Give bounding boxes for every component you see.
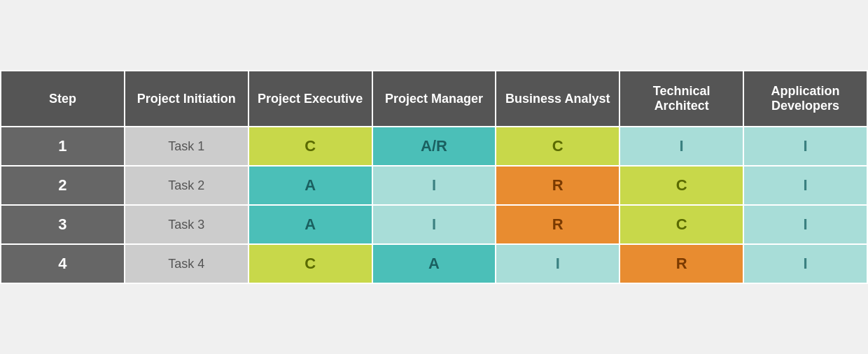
table-row: 1Task 1CA/RCII [1, 127, 867, 166]
application-developers-cell-row-4: I [743, 244, 867, 283]
project-initiation-header: Project Initiation [125, 71, 248, 127]
step-cell-4: 4 [1, 244, 125, 283]
task-cell-4: Task 4 [125, 244, 248, 283]
step-header: Step [1, 71, 125, 127]
table-row: 4Task 4CAIRI [1, 244, 867, 283]
project-manager-cell-row-1: A/R [372, 127, 496, 166]
project-executive-header: Project Executive [248, 71, 372, 127]
task-cell-1: Task 1 [125, 127, 248, 166]
application-developers-cell-row-3: I [743, 205, 867, 244]
project-manager-header: Project Manager [372, 71, 496, 127]
technical-architect-cell-row-4: R [620, 244, 743, 283]
application-developers-cell-row-2: I [743, 166, 867, 205]
business-analyst-cell-row-3: R [496, 205, 620, 244]
application-developers-header: Application Developers [743, 71, 867, 127]
business-analyst-cell-row-2: R [496, 166, 620, 205]
project-executive-cell-row-4: C [248, 244, 372, 283]
project-executive-cell-row-3: A [248, 205, 372, 244]
technical-architect-cell-row-1: I [620, 127, 743, 166]
table-row: 2Task 2AIRCI [1, 166, 867, 205]
business-analyst-header: Business Analyst [496, 71, 620, 127]
table-row: 3Task 3AIRCI [1, 205, 867, 244]
project-manager-cell-row-2: I [372, 166, 496, 205]
project-executive-cell-row-2: A [248, 166, 372, 205]
business-analyst-cell-row-4: I [496, 244, 620, 283]
project-manager-cell-row-3: I [372, 205, 496, 244]
project-manager-cell-row-4: A [372, 244, 496, 283]
task-cell-2: Task 2 [125, 166, 248, 205]
project-executive-cell-row-1: C [248, 127, 372, 166]
step-cell-3: 3 [1, 205, 125, 244]
task-cell-3: Task 3 [125, 205, 248, 244]
step-cell-2: 2 [1, 166, 125, 205]
raci-table: Step Project Initiation Project Executiv… [0, 70, 868, 284]
technical-architect-header: Technical Architect [620, 71, 743, 127]
technical-architect-cell-row-3: C [620, 205, 743, 244]
raci-table-wrapper: Step Project Initiation Project Executiv… [0, 70, 868, 284]
step-cell-1: 1 [1, 127, 125, 166]
header-row: Step Project Initiation Project Executiv… [1, 71, 867, 127]
business-analyst-cell-row-1: C [496, 127, 620, 166]
application-developers-cell-row-1: I [743, 127, 867, 166]
technical-architect-cell-row-2: C [620, 166, 743, 205]
